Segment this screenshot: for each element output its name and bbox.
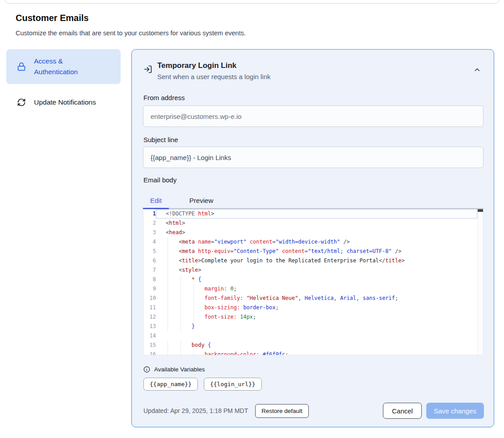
line-number: 2 [143, 219, 156, 228]
code-line[interactable]: 6 <title>Complete your login to the Repl… [143, 256, 483, 265]
indent-guide [181, 284, 181, 294]
page-title: Customer Emails [16, 13, 88, 23]
line-number: 4 [143, 237, 156, 247]
indent-guide [193, 303, 194, 312]
indent-guide [168, 303, 168, 312]
indent-guide [181, 322, 181, 331]
variable-chip-login-url[interactable]: {{login_url}} [204, 378, 262, 391]
collapse-section-button[interactable] [473, 66, 481, 74]
info-icon [143, 366, 150, 373]
code-line[interactable]: 10 font-family: "Helvetica Neue", Helvet… [143, 294, 483, 303]
line-number: 13 [143, 322, 156, 331]
line-number: 15 [143, 341, 156, 350]
lock-icon [17, 62, 26, 71]
code-line[interactable]: 2<html> [143, 219, 483, 228]
indent-guide [181, 350, 181, 355]
code-line[interactable]: 13 } [143, 322, 483, 331]
indent-guide [168, 350, 168, 355]
code-line[interactable]: 11 box-sizing: border-box; [143, 303, 483, 312]
code-line[interactable]: 15 body { [143, 341, 483, 350]
code-line[interactable]: 4 <meta name="viewport" content="width=d… [143, 237, 483, 247]
line-number: 6 [143, 256, 156, 265]
code-line-content: margin: 0; [156, 284, 483, 294]
indent-guide [168, 341, 168, 350]
code-line[interactable]: 14 [143, 331, 483, 341]
indent-guide [193, 294, 194, 303]
sidebar-item-access-authentication[interactable]: Access & Authentication [6, 49, 121, 84]
indent-guide [193, 284, 194, 294]
available-variables-label: Available Variables [154, 366, 205, 373]
indent-guide [168, 237, 168, 247]
from-address-input[interactable] [143, 105, 483, 127]
code-line-content: <head> [156, 228, 483, 237]
tab-edit[interactable]: Edit [143, 193, 169, 208]
save-changes-button[interactable]: Save changes [426, 403, 484, 419]
code-line[interactable]: 3<head> [143, 228, 483, 237]
line-number: 5 [143, 247, 156, 256]
indent-guide [168, 284, 168, 294]
code-line-content: * { [156, 275, 483, 284]
code-line-content: <meta http-equiv="Content-Type" content=… [156, 247, 483, 256]
code-line[interactable]: 16 background-color: #f6f9fc; [143, 350, 483, 355]
temporary-login-link-card: Temporary Login Link Sent when a user re… [131, 49, 494, 427]
variable-chip-app-name[interactable]: {{app_name}} [143, 378, 198, 391]
indent-guide [181, 341, 181, 350]
email-body-tabs: Edit Preview [143, 193, 483, 209]
indent-guide [193, 350, 194, 355]
line-number: 16 [143, 350, 156, 355]
line-number: 11 [143, 303, 156, 312]
subject-line-input[interactable] [143, 147, 483, 168]
tab-preview[interactable]: Preview [182, 193, 220, 208]
code-line[interactable]: 12 font-size: 14px; [143, 312, 483, 322]
subject-line-label: Subject line [143, 136, 178, 143]
card-subtitle: Sent when a user requests a login link [157, 73, 270, 80]
indent-guide [168, 265, 168, 275]
indent-guide [181, 294, 181, 303]
indent-guide [168, 275, 168, 284]
restore-default-button[interactable]: Restore default [255, 404, 309, 418]
line-number: 9 [143, 284, 156, 294]
indent-guide [168, 247, 168, 256]
line-number: 8 [143, 275, 156, 284]
code-line[interactable]: 1<!DOCTYPE html> [143, 209, 483, 219]
code-line[interactable]: 7 <style> [143, 265, 483, 275]
from-address-label: From address [143, 94, 185, 101]
code-line-content: font-family: "Helvetica Neue", Helvetica… [156, 294, 483, 303]
code-line-content: font-size: 14px; [156, 312, 483, 322]
cancel-button[interactable]: Cancel [383, 403, 422, 419]
line-number: 7 [143, 265, 156, 275]
code-line-content: <style> [156, 265, 483, 275]
indent-guide [168, 312, 168, 322]
sidebar-item-update-notifications[interactable]: Update Notifications [6, 92, 121, 113]
code-line-content: <meta name="viewport" content="width=dev… [156, 237, 483, 247]
editor-scrollbar-thumb[interactable] [478, 209, 483, 212]
code-line-content: } [156, 322, 483, 331]
code-line-content: <title>Complete your login to the Replic… [156, 256, 483, 265]
code-line[interactable]: 8 * { [143, 275, 483, 284]
card-footer: Updated: Apr 29, 2025, 1:18 PM MDT Resto… [143, 403, 484, 419]
line-number: 10 [143, 294, 156, 303]
indent-guide [181, 275, 181, 284]
code-line[interactable]: 5 <meta http-equiv="Content-Type" conten… [143, 247, 483, 256]
indent-guide [181, 303, 181, 312]
line-number: 3 [143, 228, 156, 237]
code-line[interactable]: 9 margin: 0; [143, 284, 483, 294]
previous-panel-edge [4, 0, 500, 4]
code-editor[interactable]: 1<!DOCTYPE html>2<html>3<head>4 <meta na… [143, 209, 483, 355]
code-line-content: box-sizing: border-box; [156, 303, 483, 312]
code-line-content: body { [156, 341, 483, 350]
available-variables-row: Available Variables [143, 366, 205, 373]
code-line-content: <html> [156, 219, 483, 228]
indent-guide [193, 312, 194, 322]
line-number: 14 [143, 331, 156, 341]
line-number: 12 [143, 312, 156, 322]
log-in-icon [143, 65, 152, 74]
indent-guide [168, 294, 168, 303]
card-title: Temporary Login Link [157, 61, 236, 70]
refresh-icon [17, 98, 26, 107]
chevron-up-icon [473, 66, 481, 74]
sidebar-item-label: Update Notifications [34, 97, 121, 108]
code-line-content: background-color: #f6f9fc; [156, 350, 483, 355]
editor-scrollbar[interactable] [478, 209, 483, 355]
email-body-label: Email body [143, 176, 176, 184]
